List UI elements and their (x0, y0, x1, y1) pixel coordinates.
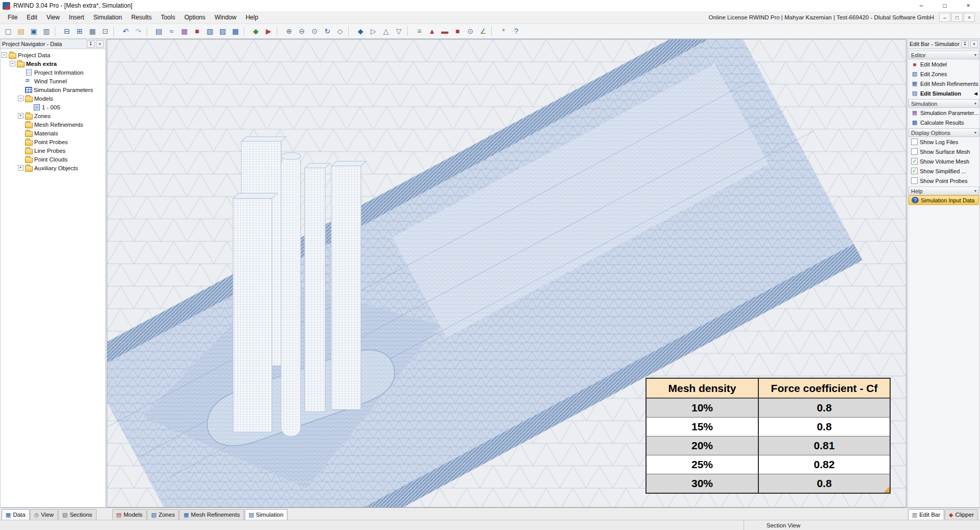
view-in-x-icon[interactable]: ▷ (367, 25, 379, 37)
pan-view-icon[interactable]: ◇ (334, 25, 346, 37)
tab-zones[interactable]: ▧ Zones (147, 509, 179, 520)
edit-simulation-icon[interactable]: ▩ (229, 25, 242, 37)
toolbar-separator[interactable] (244, 26, 248, 36)
tab-view[interactable]: ◎ View (30, 509, 58, 520)
measure-icon[interactable]: ∠ (477, 25, 489, 37)
tree-item[interactable]: Point Probes (1, 137, 105, 146)
tree-expander[interactable]: − (18, 96, 23, 101)
stop-icon[interactable]: ■ (451, 25, 464, 37)
save-project-icon[interactable]: ▣ (28, 25, 40, 37)
check-show-surface-mesh[interactable]: Show Surface Mesh (909, 147, 979, 156)
editbar-item-simulation-input-data[interactable]: Simulation Input Data (909, 195, 979, 205)
close-icon[interactable]: × (96, 40, 104, 48)
checkbox[interactable] (911, 177, 918, 184)
section-header[interactable]: Editor (909, 51, 979, 59)
tree-item[interactable]: Project Information (1, 68, 105, 77)
editbar-item-simulation-parameters[interactable]: Simulation Parameter... (909, 108, 979, 118)
tree-item[interactable]: − Project Data (1, 51, 105, 59)
wind-tunnel-icon[interactable]: ≈ (165, 25, 178, 37)
menu-simulation[interactable]: Simulation (89, 11, 127, 24)
menu-insert[interactable]: Insert (64, 11, 89, 24)
tree-item[interactable]: Wind Tunnel (1, 77, 105, 85)
toolbar-separator[interactable] (147, 26, 151, 36)
toolbar-separator[interactable] (113, 26, 117, 36)
toolbar-separator[interactable] (55, 26, 59, 36)
menu-window[interactable]: Window (210, 11, 241, 24)
tree-expander[interactable]: + (18, 165, 23, 171)
settings-icon[interactable]: * (497, 25, 510, 37)
editbar-item-edit-zones[interactable]: Edit Zones (909, 69, 979, 79)
section-header[interactable]: Help (909, 187, 979, 195)
menu-help[interactable]: Help (241, 11, 263, 24)
tab-clipper[interactable]: ◆ Clipper (945, 509, 978, 520)
snap-icon[interactable]: ⊡ (99, 25, 111, 37)
project-navigator-icon[interactable]: ⊟ (61, 25, 73, 37)
table-resize-handle[interactable] (883, 487, 890, 493)
view-isometric-icon[interactable]: ◆ (354, 25, 367, 37)
pin-icon[interactable]: ↧ (961, 40, 969, 48)
check-show-volume-mesh[interactable]: Show Volume Mesh (909, 156, 979, 166)
point-probe-icon[interactable]: ⊙ (464, 25, 476, 37)
tree-expander[interactable]: − (2, 52, 7, 58)
check-show-point-probes[interactable]: Show Point Probes (909, 176, 979, 186)
tree-item[interactable]: Mesh Refinements (1, 120, 105, 129)
tree-item[interactable]: Line Probes (1, 146, 105, 155)
clipping-plane-icon[interactable]: ▬ (439, 25, 451, 37)
menu-edit[interactable]: Edit (22, 11, 42, 24)
tables-icon[interactable]: ⊞ (74, 25, 86, 37)
tree-item[interactable]: 1 - 005 (1, 103, 105, 111)
help-icon[interactable]: ? (510, 25, 522, 37)
close-button[interactable]: × (957, 0, 980, 11)
tree-item[interactable]: + Zones (1, 111, 105, 120)
tab-data[interactable]: ▦ Data (2, 509, 30, 520)
generate-mesh-icon[interactable]: ◆ (250, 25, 262, 37)
section-header[interactable]: Simulation (909, 99, 979, 108)
mdi-close-button[interactable]: × (964, 13, 975, 22)
checkbox[interactable] (911, 148, 918, 155)
calculate-icon[interactable]: ▶ (262, 25, 275, 37)
zoom-in-icon[interactable]: ⊕ (283, 25, 295, 37)
close-icon[interactable]: × (970, 40, 978, 48)
redo-icon[interactable]: ↷ (132, 25, 145, 37)
toolbar-separator[interactable] (348, 26, 352, 36)
tab-models[interactable]: ▤ Models (112, 509, 147, 520)
minimize-button[interactable]: – (910, 0, 933, 11)
view-in-z-icon[interactable]: ▽ (393, 25, 405, 37)
print-icon[interactable]: ▥ (40, 25, 53, 37)
tree-item[interactable]: − Mesh extra (1, 59, 105, 68)
zoom-all-icon[interactable]: ⊙ (308, 25, 321, 37)
check-show-log-files[interactable]: Show Log Files (909, 137, 979, 147)
checkbox[interactable] (911, 158, 918, 165)
editbar-item-edit-simulation[interactable]: Edit Simulation (909, 88, 979, 98)
menu-results[interactable]: Results (127, 11, 156, 24)
simulation-parameters-icon[interactable]: ▦ (178, 25, 190, 37)
tree-item[interactable]: − Models (1, 94, 105, 103)
results-icon[interactable]: ▲ (426, 25, 438, 37)
menu-tools[interactable]: Tools (156, 11, 180, 24)
results-table[interactable]: Mesh density Force coefficient - Cf 10% … (646, 378, 891, 494)
toolbar-separator[interactable] (277, 26, 281, 36)
menu-file[interactable]: File (3, 11, 22, 24)
tab-mesh-refinements[interactable]: ▦ Mesh Refinements (179, 509, 244, 520)
pin-icon[interactable]: ↧ (87, 40, 94, 48)
mdi-restore-button[interactable]: □ (951, 13, 963, 22)
view-in-y-icon[interactable]: △ (380, 25, 392, 37)
menu-view[interactable]: View (42, 11, 64, 24)
tree-item[interactable]: Materials (1, 129, 105, 137)
zoom-out-icon[interactable]: ⊖ (296, 25, 308, 37)
editbar-item-edit-mesh-refinements[interactable]: Edit Mesh Refinements (909, 79, 979, 88)
tab-sections[interactable]: ▧ Sections (58, 509, 97, 520)
display-properties-icon[interactable]: ≡ (413, 25, 425, 37)
rotate-view-icon[interactable]: ↻ (321, 25, 333, 37)
new-project-icon[interactable]: ▢ (2, 25, 14, 37)
tree-item[interactable]: + Auxiliary Objects (1, 164, 105, 172)
section-header[interactable]: Display Options (909, 128, 979, 137)
editbar-item-edit-model[interactable]: Edit Model (909, 59, 979, 69)
editbar-item-calculate-results[interactable]: Calculate Results (909, 118, 979, 127)
project-information-icon[interactable]: ▤ (153, 25, 165, 37)
edit-model-icon[interactable]: ■ (191, 25, 203, 37)
edit-mesh-refinements-icon[interactable]: ▨ (217, 25, 229, 37)
mdi-minimize-button[interactable]: – (939, 13, 950, 22)
tree-item[interactable]: Simulation Parameters (1, 85, 105, 94)
checkbox[interactable] (911, 168, 918, 174)
